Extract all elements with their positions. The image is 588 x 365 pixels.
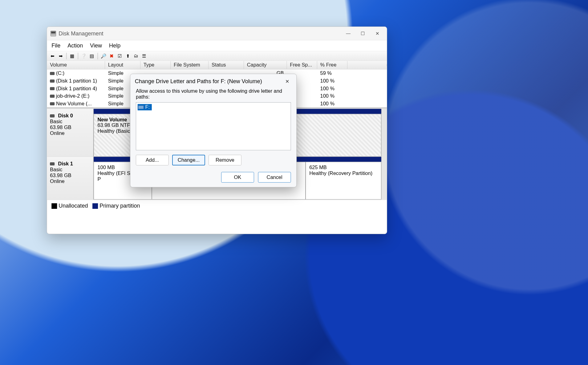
disk-icon xyxy=(50,162,55,165)
drive-path-label: F: xyxy=(145,104,150,110)
partition-status: Healthy (Recovery Partition) xyxy=(309,170,377,176)
disk-type: Basic xyxy=(50,119,90,124)
menu-file[interactable]: File xyxy=(51,43,60,49)
volume-pctfree: 100 % xyxy=(317,100,347,107)
menubar: File Action View Help xyxy=(47,40,387,51)
dialog-title: Change Drive Letter and Paths for F: (Ne… xyxy=(135,78,262,84)
toolbar-separator xyxy=(97,53,98,59)
volume-name: (Disk 1 partition 1) xyxy=(56,78,97,83)
volume-name: (C:) xyxy=(56,70,64,76)
minimize-button[interactable]: — xyxy=(341,28,356,39)
volume-name: job-drive-2 (E:) xyxy=(56,93,89,99)
add-button[interactable]: Add... xyxy=(136,155,169,165)
legend: Unallocated Primary partition xyxy=(47,200,387,212)
disk-status: Online xyxy=(50,130,90,136)
col-type[interactable]: Type xyxy=(140,61,171,69)
toolbar: ⬅ ➡ ▦ ❔ ▤ 🔎 ✖ ☑ ⬆ 🗂 ☰ xyxy=(47,51,387,61)
toolbar-separator xyxy=(66,53,67,59)
toolbar-separator xyxy=(78,53,78,59)
cancel-button[interactable]: Cancel xyxy=(258,172,291,182)
disk-header[interactable]: Disk 0 Basic 63.98 GB Online xyxy=(47,109,94,156)
disk-size: 63.98 GB xyxy=(50,172,90,178)
volume-pctfree: 100 % xyxy=(317,92,347,99)
maximize-button[interactable]: ☐ xyxy=(355,28,370,39)
col-volume[interactable]: Volume xyxy=(47,61,105,69)
drive-path-item[interactable]: F: xyxy=(138,104,152,110)
legend-label: Primary partition xyxy=(99,202,140,209)
disk-header[interactable]: Disk 1 Basic 63.98 GB Online xyxy=(47,157,94,200)
settings-list-icon[interactable]: ☰ xyxy=(140,52,148,59)
delete-icon[interactable]: ✖ xyxy=(108,52,115,59)
col-capacity[interactable]: Capacity xyxy=(244,61,287,69)
disk-size: 63.98 GB xyxy=(50,124,90,130)
window-title: Disk Management xyxy=(59,30,103,37)
partition[interactable]: 625 MB Healthy (Recovery Partition) xyxy=(306,162,381,199)
volume-icon xyxy=(50,102,55,105)
back-icon[interactable]: ⬅ xyxy=(49,52,56,59)
app-icon xyxy=(51,31,56,36)
volume-icon xyxy=(50,72,55,75)
col-free[interactable]: Free Sp... xyxy=(287,61,317,69)
disk-name: Disk 1 xyxy=(58,161,73,167)
legend-swatch-unallocated xyxy=(51,203,57,209)
volume-pctfree: 100 % xyxy=(317,77,347,84)
approve-icon[interactable]: ☑ xyxy=(116,52,123,59)
change-drive-letter-dialog: Change Drive Letter and Paths for F: (Ne… xyxy=(130,74,297,187)
dialog-close-button[interactable]: ✕ xyxy=(283,78,292,85)
properties-icon[interactable]: 🔎 xyxy=(100,52,107,59)
disk-icon xyxy=(50,114,55,117)
disk-status: Online xyxy=(50,178,90,184)
close-button[interactable]: ✕ xyxy=(370,28,385,39)
vertical-scrollbar[interactable] xyxy=(381,109,387,200)
export-icon[interactable]: ⬆ xyxy=(124,52,131,59)
disk-type: Basic xyxy=(50,167,90,172)
menu-action[interactable]: Action xyxy=(67,43,83,49)
col-filesystem[interactable]: File System xyxy=(171,61,209,69)
remove-button[interactable]: Remove xyxy=(209,155,241,165)
menu-help[interactable]: Help xyxy=(109,43,120,49)
volume-icon xyxy=(50,79,55,83)
forward-icon[interactable]: ➡ xyxy=(57,52,64,59)
volume-name: (Disk 1 partition 4) xyxy=(56,86,97,91)
change-button[interactable]: Change... xyxy=(172,155,205,165)
volume-icon xyxy=(50,87,55,90)
menu-view[interactable]: View xyxy=(90,43,102,49)
legend-swatch-primary xyxy=(92,203,98,209)
list-view-icon[interactable]: ▤ xyxy=(88,52,95,59)
show-hide-tree-icon[interactable]: ▦ xyxy=(69,52,76,59)
col-layout[interactable]: Layout xyxy=(105,61,140,69)
volume-icon xyxy=(50,95,55,98)
volume-pctfree: 59 % xyxy=(317,70,347,77)
volume-pctfree: 100 % xyxy=(317,85,347,92)
help-icon[interactable]: ❔ xyxy=(80,52,87,59)
titlebar[interactable]: Disk Management — ☐ ✕ xyxy=(47,27,387,40)
dialog-prompt: Allow access to this volume by using the… xyxy=(136,88,291,100)
col-status[interactable]: Status xyxy=(209,61,244,69)
col-pctfree[interactable]: % Free xyxy=(317,61,347,69)
disk-name: Disk 0 xyxy=(58,113,73,119)
legend-label: Unallocated xyxy=(59,202,88,209)
drive-paths-listbox[interactable]: F: xyxy=(136,102,291,150)
drive-icon xyxy=(138,105,144,109)
volume-name: New Volume (... xyxy=(56,101,92,106)
volume-columns: Volume Layout Type File System Status Ca… xyxy=(47,61,387,70)
detail-icon[interactable]: 🗂 xyxy=(132,52,140,59)
partition-size: 625 MB xyxy=(309,165,377,171)
ok-button[interactable]: OK xyxy=(221,172,254,182)
